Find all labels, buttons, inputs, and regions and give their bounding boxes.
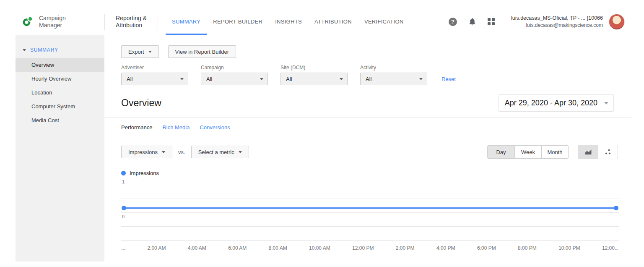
x-axis-tick: 4:00 AM — [188, 245, 206, 251]
apps-grid-icon[interactable] — [488, 18, 495, 25]
tab-summary[interactable]: SUMMARY — [166, 8, 207, 35]
tab-attribution[interactable]: ATTRIBUTION — [308, 8, 358, 35]
subtab-rich-media[interactable]: Rich Media — [162, 124, 190, 131]
filter-activity: Activity All — [360, 65, 427, 85]
export-button-label: Export — [128, 49, 144, 55]
brand-line1: Campaign — [39, 15, 66, 22]
sidebar-item-hourly-overview[interactable]: Hourly Overview — [16, 72, 104, 86]
metric-2-dropdown[interactable]: Select a metric — [191, 146, 249, 158]
chart-legend: Impressions — [121, 170, 619, 176]
x-axis-tick: 8:00 PM — [518, 245, 537, 251]
impressions-chart[interactable]: 1 0 — [121, 185, 619, 240]
legend-label: Impressions — [130, 170, 159, 176]
site-dcm-dropdown-value: All — [286, 76, 292, 82]
x-axis-tick: 12:00... — [602, 245, 619, 251]
y-axis-tick: 1 — [122, 179, 125, 184]
caret-down-icon — [260, 78, 263, 80]
sidebar-section-summary[interactable]: SUMMARY — [16, 44, 104, 58]
filter-activity-label: Activity — [360, 65, 427, 71]
sidebar-item-overview[interactable]: Overview — [16, 58, 104, 72]
x-axis-tick: 12:00 PM — [352, 245, 374, 251]
app-window: Campaign Manager Reporting & Attribution… — [16, 8, 631, 262]
vs-label: vs. — [178, 149, 185, 155]
divider — [158, 14, 158, 30]
sidebar-item-computer-system[interactable]: Computer System — [16, 99, 104, 113]
granularity-month-button[interactable]: Month — [541, 146, 568, 158]
apps-grid-glyph — [488, 18, 495, 25]
y-axis-tick: 0 — [122, 214, 125, 219]
sidebar-item-location[interactable]: Location — [16, 86, 104, 99]
caret-down-icon — [419, 78, 423, 80]
user-account-info[interactable]: luis.decasas_MS-Oficial, TP - ... [10066… — [505, 15, 609, 29]
filter-advertiser: Advertiser All — [121, 65, 188, 85]
legend-dot-icon — [121, 171, 126, 175]
brand-line2: Manager — [39, 22, 66, 29]
x-axis-tick: 10:00 AM — [309, 245, 330, 251]
campaign-dropdown-value: All — [206, 76, 212, 82]
tab-report-builder[interactable]: REPORT BUILDER — [207, 8, 269, 35]
filter-site-dcm-label: Site (DCM) — [280, 65, 348, 71]
filter-campaign-label: Campaign — [201, 65, 268, 71]
help-icon[interactable]: ? — [449, 18, 457, 26]
title-row: Overview Apr 29, 2020 - Apr 30, 2020 — [121, 94, 619, 112]
view-in-report-builder-button[interactable]: View in Report Builder — [168, 45, 236, 58]
x-axis-tick: 8:00 AM — [269, 245, 287, 251]
advertiser-dropdown[interactable]: All — [121, 73, 188, 85]
x-axis-tick: 2:00 PM — [396, 245, 415, 251]
x-axis-tick: 6:00 AM — [228, 245, 247, 251]
date-range-picker[interactable]: Apr 29, 2020 - Apr 30, 2020 — [499, 94, 614, 112]
gridline — [121, 185, 619, 185]
tab-verification[interactable]: VERIFICATION — [358, 8, 410, 35]
x-axis-tick: 10:00 PM — [558, 245, 580, 251]
tab-insights[interactable]: INSIGHTS — [269, 8, 308, 35]
sidebar-section-label: SUMMARY — [30, 47, 58, 53]
activity-dropdown-value: All — [366, 76, 371, 82]
product-name: Reporting & Attribution — [105, 15, 158, 29]
subtab-performance[interactable]: Performance — [121, 124, 152, 131]
brand-name: Campaign Manager — [39, 15, 66, 29]
filter-site-dcm: Site (DCM) All — [280, 65, 348, 85]
help-question-glyph: ? — [449, 18, 457, 26]
campaign-manager-logo-icon — [22, 15, 34, 29]
x-axis-tick: 6:00 PM — [477, 245, 496, 251]
date-range-value: Apr 29, 2020 - Apr 30, 2020 — [505, 99, 597, 107]
export-button[interactable]: Export — [121, 45, 159, 58]
campaign-dropdown[interactable]: All — [201, 73, 268, 85]
filter-advertiser-label: Advertiser — [121, 65, 188, 71]
advertiser-dropdown-value: All — [127, 76, 132, 82]
user-email: luis.decasas@makingscience.com — [511, 22, 603, 29]
page-title: Overview — [121, 97, 161, 109]
header-icons: ? — [439, 17, 505, 26]
x-axis-labels: ... 2:00 AM 4:00 AM 6:00 AM 8:00 AM 10:0… — [121, 245, 619, 251]
main-area: SUMMARY Overview Hourly Overview Locatio… — [16, 35, 631, 262]
chart-view-controls: Day Week Month — [487, 145, 618, 159]
sidebar-item-media-cost[interactable]: Media Cost — [16, 113, 104, 127]
granularity-segmented-control: Day Week Month — [487, 145, 569, 159]
product-line2: Attribution — [116, 22, 147, 29]
granularity-day-button[interactable]: Day — [488, 146, 514, 158]
granularity-week-button[interactable]: Week — [514, 146, 541, 158]
line-chart-icon[interactable] — [578, 145, 598, 159]
user-name: luis.decasas_MS-Oficial, TP - ... [10066 — [511, 15, 603, 22]
primary-nav: SUMMARY REPORT BUILDER INSIGHTS ATTRIBUT… — [166, 8, 410, 35]
activity-dropdown[interactable]: All — [360, 73, 427, 85]
reset-link[interactable]: Reset — [441, 76, 456, 82]
chart-type-toggle — [578, 145, 618, 159]
x-axis-tick: 2:00 AM — [147, 245, 166, 251]
avatar[interactable] — [609, 14, 625, 30]
notifications-bell-icon[interactable] — [468, 17, 477, 26]
site-dcm-dropdown[interactable]: All — [280, 73, 348, 85]
x-axis-tick: 4:00 PM — [436, 245, 455, 251]
content-panel: Export View in Report Builder Advertiser… — [104, 35, 631, 262]
chevron-down-icon — [23, 49, 26, 51]
brand: Campaign Manager — [16, 15, 104, 29]
caret-down-icon — [180, 78, 184, 80]
product-line1: Reporting & — [116, 15, 147, 22]
scatter-chart-icon[interactable] — [598, 145, 618, 159]
gridline — [121, 226, 619, 227]
report-subtabs: Performance Rich Media Conversions — [121, 118, 619, 137]
view-in-report-builder-label: View in Report Builder — [175, 49, 229, 55]
metric-1-dropdown[interactable]: Impressions — [121, 146, 172, 158]
subtab-conversions[interactable]: Conversions — [200, 124, 230, 131]
actions-row: Export View in Report Builder — [121, 45, 619, 58]
